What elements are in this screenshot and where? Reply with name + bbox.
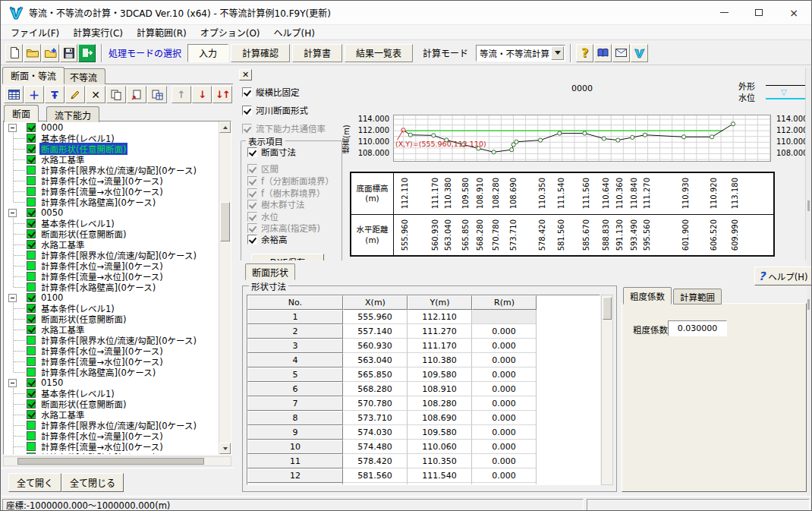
column-header[interactable]: X(m) (343, 295, 408, 310)
row-number[interactable]: 11 (247, 454, 343, 468)
checkbox-checked[interactable] (27, 325, 36, 334)
cell-value[interactable]: 574.030 (343, 425, 408, 440)
expand-toggle-icon[interactable] (8, 124, 17, 132)
scrollbar-thumb[interactable] (17, 458, 204, 465)
minimize-button[interactable] (707, 1, 741, 24)
row-number[interactable]: 13 (247, 483, 343, 485)
cell-value[interactable]: 555.960 (343, 310, 408, 324)
checkbox-checked[interactable] (247, 147, 257, 157)
cell-value[interactable]: 110.060 (408, 440, 472, 454)
move-down-button[interactable]: ↓ (192, 86, 212, 103)
checkbox-filled[interactable] (27, 187, 36, 196)
roughness-tab[interactable]: 計算範囲 (673, 289, 722, 304)
checkbox-filled[interactable] (27, 346, 36, 355)
tree-sub-tab[interactable]: 流下能力 (46, 106, 99, 122)
checkbox-filled[interactable] (27, 166, 36, 175)
scroll-up-icon[interactable] (219, 121, 231, 133)
row-number[interactable]: 5 (247, 367, 343, 382)
mode-button[interactable]: 計算確認 (231, 44, 290, 62)
tree-item[interactable]: 計算条件[限界水位/流速/勾配](0ケース) (4, 420, 219, 431)
expand-toggle-icon[interactable] (8, 379, 17, 387)
cell-value[interactable]: 111.560 (408, 483, 472, 485)
cell-value[interactable]: 111.170 (408, 339, 472, 353)
option-checkbox-row[interactable]: 断面寸法 (247, 146, 296, 158)
tree-item[interactable]: 断面形状(任意開断面) (4, 229, 219, 239)
maximize-button[interactable] (741, 1, 776, 24)
cell-value[interactable]: 110.350 (408, 454, 472, 468)
tree-item[interactable]: 計算条件[水路壁高](0ケース) (4, 197, 219, 207)
tree-item[interactable]: 断面形状(任意開断面) (4, 314, 219, 324)
edit-section-button[interactable] (65, 86, 85, 103)
tree-item[interactable]: 計算条件[水路壁高](0ケース) (4, 452, 219, 454)
tree-item[interactable]: 基本条件(レベル1) (4, 388, 219, 399)
cell-value[interactable]: 0.000 (472, 440, 537, 454)
tree-item-label[interactable]: 計算条件[水路壁高](0ケース) (39, 196, 157, 208)
mode-button[interactable]: 結果一覧表 (345, 44, 413, 62)
help-button[interactable]: ? (576, 44, 593, 62)
checkbox-filled[interactable] (27, 367, 36, 377)
checkbox-checked[interactable] (27, 123, 36, 132)
tree-item[interactable]: 計算条件[限界水位/流速/勾配](0ケース) (4, 335, 219, 345)
option-checkbox-row[interactable]: 河川断面形式 (242, 104, 308, 116)
dxf-save-button[interactable]: DXF保存 (251, 254, 324, 260)
checkbox-checked[interactable] (27, 304, 36, 313)
row-number[interactable]: 9 (247, 425, 343, 440)
table-view-button[interactable] (4, 86, 24, 103)
tree-sub-tab[interactable]: 断面 (4, 105, 39, 122)
column-header[interactable]: R(m) (472, 295, 537, 310)
tree-vertical-scrollbar[interactable] (219, 121, 231, 454)
tree-item[interactable]: 計算条件[水路壁高](0ケース) (4, 367, 219, 377)
tree-item[interactable]: 計算条件[水位→流量](0ケース) (4, 431, 219, 441)
close-button[interactable]: × (776, 1, 811, 24)
tree-item[interactable]: 基本条件(レベル1) (4, 303, 219, 314)
save-button[interactable] (60, 44, 77, 62)
cell-value[interactable]: 585.670 (343, 483, 408, 485)
new-file-button[interactable] (5, 44, 23, 62)
cell-value[interactable]: 108.910 (408, 382, 472, 396)
checkbox-checked[interactable] (27, 399, 36, 408)
tree-item-label[interactable]: 計算条件[水路壁高](0ケース) (39, 366, 157, 378)
close-panel-button[interactable]: ✕ (239, 69, 252, 80)
tree-item[interactable]: 断面形状(任意開断面) (4, 144, 219, 154)
app-home-button[interactable] (631, 44, 648, 62)
scrollbar-thumb[interactable] (220, 202, 230, 241)
column-header[interactable]: No. (247, 295, 343, 310)
cell-value[interactable]: 0.000 (472, 367, 537, 382)
tree-item[interactable]: 断面形状(任意開断面) (4, 399, 219, 409)
tree-item[interactable]: 水路工基準 (4, 324, 219, 335)
cell-value[interactable]: 565.850 (343, 367, 408, 382)
tree-item[interactable]: 計算条件[流量→水位](0ケース) (4, 186, 219, 197)
roughness-input[interactable]: 0.030000 (668, 320, 727, 336)
tree-item[interactable]: 計算条件[水位→流量](0ケース) (4, 345, 219, 356)
tree-horizontal-scrollbar[interactable] (3, 456, 231, 466)
tree-section-row[interactable]: 0100 (4, 292, 219, 303)
checkbox-filled[interactable] (27, 272, 36, 281)
row-number[interactable]: 4 (247, 353, 343, 367)
expand-all-button[interactable]: 全て開く (8, 473, 61, 492)
cell-value[interactable]: 563.040 (343, 353, 408, 367)
tree-item[interactable]: 計算条件[水路壁高](0ケース) (4, 282, 219, 292)
menu-item[interactable]: 計算範囲(R) (130, 25, 194, 39)
tree-item-label[interactable]: 計算条件[水路壁高](0ケース) (39, 451, 157, 454)
cell-value[interactable]: 111.540 (408, 468, 472, 483)
tree-item[interactable]: 計算条件[限界水位/流速/勾配](0ケース) (4, 250, 219, 260)
column-header[interactable]: Y(m) (408, 295, 472, 310)
copy-table-button[interactable] (147, 86, 167, 103)
cell-value[interactable]: 557.140 (343, 324, 408, 339)
cell-value[interactable]: 573.710 (343, 411, 408, 425)
cell-value[interactable]: 108.280 (408, 396, 472, 411)
option-checkbox-row[interactable]: 縦横比固定 (242, 86, 300, 98)
row-number[interactable]: 1 (247, 310, 343, 324)
checkbox-filled[interactable] (27, 261, 36, 270)
tree-item[interactable]: 水路工基準 (4, 239, 219, 250)
tab-shape[interactable]: 断面形状 (245, 263, 295, 280)
cell-value[interactable]: 0.000 (472, 382, 537, 396)
menu-item[interactable]: ヘルプ(H) (267, 25, 322, 39)
menu-item[interactable]: 計算実行(C) (66, 25, 130, 39)
cell-value[interactable]: 111.270 (408, 324, 472, 339)
checkbox-checked[interactable] (27, 144, 36, 153)
splitter-handle[interactable] (807, 299, 810, 310)
chevron-down-icon[interactable] (551, 46, 564, 60)
expand-toggle-icon[interactable] (8, 294, 17, 302)
checkbox-filled[interactable] (27, 442, 36, 451)
